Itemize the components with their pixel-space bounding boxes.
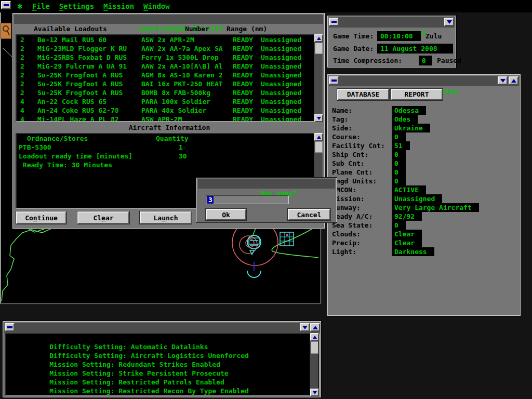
aircraft-name: Su-25K Frogfoot A RUS [37,89,123,97]
messages-maximize-button[interactable] [310,323,320,331]
game-time-value: 00:10:00 [377,31,421,41]
up-arrow-icon [313,326,318,329]
loadout-row[interactable]: 2 MiG-29 Fulcrum A UA 91 AAW 2x AA-10[A\… [17,62,322,71]
game-menu-button[interactable] [444,18,454,26]
assignment-status: Unassigned [261,80,301,88]
field-value: Unassigned [392,194,442,203]
status-field-row: Mission: Unassigned [328,194,520,203]
loadout-row[interactable]: 2 Be-12 Mail RUS 60 ASW 2x APR-2M READY … [17,35,322,44]
loadout-row[interactable]: 2 MiG-23MLD Flogger K RU AAW 2x AA-7a Ap… [17,44,322,53]
base-status-fields: Name: Odessa Tag: Odes Side: Ukraine Cou… [328,106,520,256]
status-field-row: Name: Odessa [328,106,520,115]
messages-menu-button[interactable] [300,323,310,331]
time-compression-value: 0 [419,56,432,65]
message-line: Mission Setting: Redundant Strikes Enabl… [6,352,319,361]
column-header-range: Range (nm) [227,25,267,33]
game-status-titlebar: Game Status [329,17,455,28]
field-label: Course: [332,133,361,141]
game-time-label: Game Time: [333,32,374,40]
game-minimize-button[interactable] [329,18,339,26]
info-column-row: Ordnance/Stores Quantity [17,134,322,143]
aircraft-name: Su-25K Frogfoot A RUS [37,71,123,79]
launch-button[interactable]: Launch [140,211,192,224]
quantity-input[interactable]: 3 [206,195,289,204]
loadout-row[interactable]: 4 An-22 Cock RUS 65 PARA 100x Soldier RE… [17,97,322,106]
messages-scrollbar[interactable] [310,333,318,396]
ready-status: READY [233,71,253,79]
messages-minimize-button[interactable] [5,323,15,331]
aircraft-name: Mi-14PL Haze A PL 82 [37,115,119,122]
loadout-row[interactable]: 2 Su-25K Frogfoot A RUS BOMB 8x FAB-500k… [17,88,322,97]
up-arrow-icon [511,79,516,83]
loadout-row[interactable]: 4 An-24 Coke RUS 62-78 PARA 48x Soldier … [17,106,322,115]
ordnance-qty: 1 [179,143,183,151]
report-button[interactable]: REPORT [391,89,443,100]
aircraft-name: Su-25K Frogfoot A RUS [37,80,123,88]
minimize-icon [7,326,12,328]
base-menu-button[interactable] [498,76,508,85]
ready-status: READY [233,54,253,61]
loadout-row[interactable]: 2 MiG-25RBS Foxbat D RUS Ferry 1x 5300L … [17,53,322,62]
scroll-down-button[interactable] [314,114,323,122]
aircraft-name: MiG-29 Fulcrum A UA 91 [37,62,127,70]
aircraft-count: 2 [20,71,24,79]
cancel-button[interactable]: Cancel [288,209,330,220]
scrollbar-thumb[interactable] [315,141,323,153]
loadout-row[interactable]: 4 Mi-14PL Haze A PL 82 ASW APR-2M READY … [17,115,322,122]
message-list: Difficulty Setting: Automatic Datalinks … [5,333,320,396]
ok-button[interactable]: Ok [206,209,246,220]
base-status-window: Base Status DATABASE REPORT Name: Odessa… [327,74,521,316]
field-label: Tag: [332,115,348,123]
message-line: Mission Setting: Strike Persistent Prose… [6,361,319,369]
aircraft-name: MiG-23MLD Flogger K RU [37,45,127,52]
ready-status: READY [233,115,253,122]
message-line: Mission Setting: Restricted Patrols Enab… [6,369,319,378]
info-row[interactable]: Loadout ready time [minutes] 30 [17,152,322,161]
airbase-symbol[interactable] [246,235,261,255]
incoming-messages-window: Incoming Messages Difficulty Setting: Au… [3,321,321,397]
field-label: Sea State: [332,221,373,229]
status-field-row: Sub Cnt: 0 [328,159,520,168]
status-field-row: Ready A/C: 92/92 [328,212,520,221]
how-many-dialog: How many? 3 Ok Cancel [196,178,337,222]
field-label: Sub Cnt: [332,159,365,167]
field-value: Odes [392,115,418,124]
loadout-description: AAW 2x AA-7a Apex SA [141,45,223,52]
field-value: Very Large Aircraft [392,203,479,212]
loadout-row[interactable]: 2 Su-25K Frogfoot A RUS AGM 8x AS-10 Kar… [17,71,322,79]
base-minimize-button[interactable] [329,76,339,85]
field-value: 0 [392,132,406,141]
database-button[interactable]: DATABASE [337,89,389,100]
minimize-icon [331,79,337,82]
coastline-east [272,227,318,258]
status-field-row: Plane Cnt: 0 [328,168,520,177]
aircraft-count: 4 [20,115,24,122]
surface-contact-symbol[interactable] [247,262,261,277]
info-col-ordnance: Ordnance/Stores [27,135,88,142]
scrollbar-thumb[interactable] [311,341,318,354]
column-header-loadouts: Available Loadouts [34,25,107,33]
field-value: 0 [392,177,406,185]
info-row[interactable]: PTB-5300 1 [17,143,322,152]
field-value: Clear [392,238,422,247]
field-label: Clouds: [332,230,361,238]
clear-button[interactable]: Clear [77,211,129,224]
info-col-quantity: Quantity [156,135,189,142]
status-field-row: Tag: Odes [328,115,520,124]
field-value: 0 [392,168,406,177]
loadout-row[interactable]: 2 Su-25K Frogfoot A RUS BAI 16x PKT-250 … [17,79,322,88]
assignment-status: Unassigned [261,71,301,79]
scroll-down-button[interactable] [310,389,319,396]
loadout-list-scrollbar[interactable] [314,34,323,122]
scroll-up-button[interactable] [314,34,323,42]
status-field-row: Runway: Very Large Aircraft [328,203,520,212]
aircraft-name: An-24 Coke RUS 62-78 [37,107,119,114]
scroll-up-button[interactable] [310,333,319,341]
scroll-up-button[interactable] [314,133,323,141]
launch-window-titlebar: Launch/Ready Aircraft [14,15,323,24]
continue-button[interactable]: Continue [16,211,66,224]
base-maximize-button[interactable] [509,76,518,85]
minimize-icon [331,21,337,23]
down-arrow-icon [313,391,317,394]
scrollbar-thumb[interactable] [315,43,323,54]
